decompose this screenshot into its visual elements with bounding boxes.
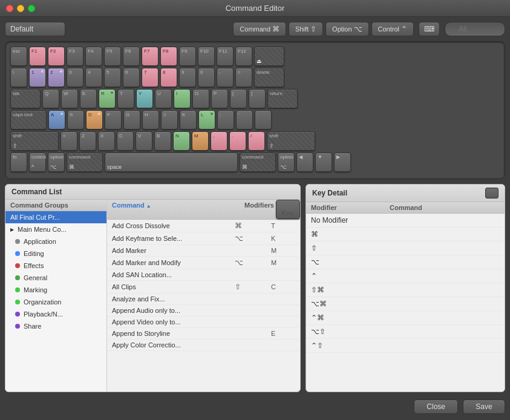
search-input[interactable] xyxy=(445,22,505,36)
key-tab-2-0[interactable]: tab xyxy=(10,89,41,108)
key-F-3-4[interactable]: F xyxy=(105,110,122,130)
key-N-4-7[interactable]: N xyxy=(173,131,190,151)
key-S-3-2[interactable]: S xyxy=(67,110,84,130)
command-col-header[interactable]: Command ▲ xyxy=(107,200,240,219)
key-B-4-6[interactable]: B xyxy=(154,131,171,151)
key-F1-0-1[interactable]: F1 xyxy=(29,47,46,66)
key-K-3-8[interactable]: K xyxy=(180,110,197,130)
key-A-3-1[interactable]: A xyxy=(48,110,65,130)
modifiers-col-header[interactable]: Modifiers xyxy=(240,200,276,219)
key-F4-0-4[interactable]: F4 xyxy=(85,47,102,66)
key-space-5-4[interactable]: space xyxy=(105,153,238,172)
key-0-1-10[interactable]: 0 xyxy=(198,68,215,87)
group-item-all-fcp[interactable]: All Final Cut Pr... xyxy=(5,211,106,223)
key-2-1-2[interactable]: 2 xyxy=(48,68,65,87)
key-M-4-8[interactable]: M xyxy=(192,131,209,151)
key-\-1-0[interactable]: \ xyxy=(10,68,27,87)
group-item-organization[interactable]: Organization xyxy=(5,296,106,308)
key-col-header[interactable]: Key xyxy=(276,200,300,219)
key-option-5-6[interactable]: option⌥ xyxy=(278,153,295,172)
key-E-2-3[interactable]: E xyxy=(80,89,97,108)
key-option-5-2[interactable]: option⌥ xyxy=(48,153,65,172)
key-5-1-5[interactable]: 5 xyxy=(104,68,121,87)
key-V-4-5[interactable]: V xyxy=(136,131,152,151)
key-fn-5-0[interactable]: fn xyxy=(10,153,27,172)
key-D-3-3[interactable]: D xyxy=(86,110,103,130)
key-8-1-8[interactable]: 8 xyxy=(160,68,177,87)
key-F8-0-8[interactable]: F8 xyxy=(160,47,177,66)
group-item-share[interactable]: Share xyxy=(5,320,106,332)
key-F12-0-12[interactable]: F12 xyxy=(235,47,252,66)
command-row[interactable]: Add Cross Dissolve⌘T xyxy=(107,220,300,232)
command-row[interactable]: Analyze and Fix... xyxy=(107,294,300,305)
key-shift-4-12[interactable]: shift⇧ xyxy=(267,131,315,151)
key-[-2-11[interactable]: [ xyxy=(230,89,247,108)
command-row[interactable]: Append to StorylineE xyxy=(107,328,300,340)
command-row[interactable]: Add MarkerM xyxy=(107,245,300,257)
key-W-2-2[interactable]: W xyxy=(61,89,78,108)
key-J-3-7[interactable]: J xyxy=(161,110,178,130)
key-H-3-6[interactable]: H xyxy=(142,110,159,130)
key-O-2-9[interactable]: O xyxy=(192,89,209,108)
option-modifier-button[interactable]: Option ⌥ xyxy=(325,22,368,36)
key-'-3-11[interactable]: ' xyxy=(236,110,253,130)
key-◀-5-7[interactable]: ◀ xyxy=(296,153,313,172)
key-G-3-5[interactable]: G xyxy=(123,110,140,130)
key-/-4-11[interactable]: / xyxy=(248,131,265,151)
command-row[interactable]: Add Keyframe to Sele...⌥K xyxy=(107,232,300,245)
minimize-window-button[interactable] xyxy=(17,5,24,12)
close-button[interactable]: Close xyxy=(414,399,458,414)
key-]-2-12[interactable]: ] xyxy=(249,89,266,108)
key-▶-5-9[interactable]: ▶ xyxy=(334,153,351,172)
group-item-main-menu[interactable]: ▶Main Menu Co... xyxy=(5,223,106,235)
key-caps lock-3-0[interactable]: caps lock xyxy=(10,110,47,130)
group-item-playback[interactable]: Playback/N... xyxy=(5,308,106,320)
commands-scroll[interactable]: Add Cross Dissolve⌘TAdd Keyframe to Sele… xyxy=(107,220,300,392)
key-X-4-3[interactable]: X xyxy=(98,131,115,151)
key-F11-0-11[interactable]: F11 xyxy=(217,47,234,66)
key-return-2-13[interactable]: return xyxy=(267,89,298,108)
control-modifier-button[interactable]: Control ⌃ xyxy=(371,22,414,36)
key-control-5-1[interactable]: control^ xyxy=(29,153,46,172)
key-F7-0-7[interactable]: F7 xyxy=(142,47,159,66)
key-▼-5-8[interactable]: ▼ xyxy=(315,153,332,172)
key-1-1-1[interactable]: 1 xyxy=(29,68,46,87)
group-item-effects[interactable]: Effects xyxy=(5,260,106,272)
key-P-2-10[interactable]: P xyxy=(211,89,228,108)
key-9-1-9[interactable]: 9 xyxy=(179,68,196,87)
command-row[interactable]: Append Video only to... xyxy=(107,317,300,328)
key-shift-4-0[interactable]: shift⇧ xyxy=(10,131,59,151)
command-row[interactable]: Append Audio only to... xyxy=(107,305,300,317)
key-key-3-12[interactable] xyxy=(255,110,272,130)
group-item-marking[interactable]: Marking xyxy=(5,284,106,296)
key-command-5-5[interactable]: command⌘ xyxy=(240,153,276,172)
group-item-general[interactable]: General xyxy=(5,272,106,284)
group-item-editing[interactable]: Editing xyxy=(5,248,106,260)
key-7-1-7[interactable]: 7 xyxy=(142,68,159,87)
key-F6-0-6[interactable]: F6 xyxy=(123,47,140,66)
command-row[interactable]: Add SAN Location... xyxy=(107,269,300,281)
key-3-1-3[interactable]: 3 xyxy=(67,68,83,87)
key-=-1-12[interactable]: = xyxy=(235,68,252,87)
preset-select[interactable]: Default xyxy=(5,22,65,36)
maximize-window-button[interactable] xyxy=(28,5,35,12)
close-window-button[interactable] xyxy=(6,5,13,12)
key-esc-0-0[interactable]: esc xyxy=(10,47,27,66)
key-F5-0-5[interactable]: F5 xyxy=(104,47,121,66)
key-6-1-6[interactable]: 6 xyxy=(123,68,140,87)
key-F10-0-10[interactable]: F10 xyxy=(198,47,215,66)
key-Q-2-1[interactable]: Q xyxy=(42,89,59,108)
key-.-4-10[interactable]: . xyxy=(229,131,246,151)
group-item-application[interactable]: Application xyxy=(5,235,106,248)
save-button[interactable]: Save xyxy=(463,399,505,414)
key---1-11[interactable]: - xyxy=(217,68,234,87)
key-Z-4-2[interactable]: Z xyxy=(79,131,96,151)
key-delete-1-13[interactable]: delete xyxy=(254,68,284,87)
key-;-3-10[interactable]: ; xyxy=(217,110,234,130)
key-T-2-5[interactable]: T xyxy=(117,89,134,108)
key-U-2-7[interactable]: U xyxy=(155,89,172,108)
key-Y-2-6[interactable]: Y xyxy=(136,89,153,108)
key-⏏-0-13[interactable]: ⏏ xyxy=(254,47,284,66)
command-row[interactable]: All Clips⇧C xyxy=(107,281,300,294)
command-modifier-button[interactable]: Command ⌘ xyxy=(233,22,286,36)
